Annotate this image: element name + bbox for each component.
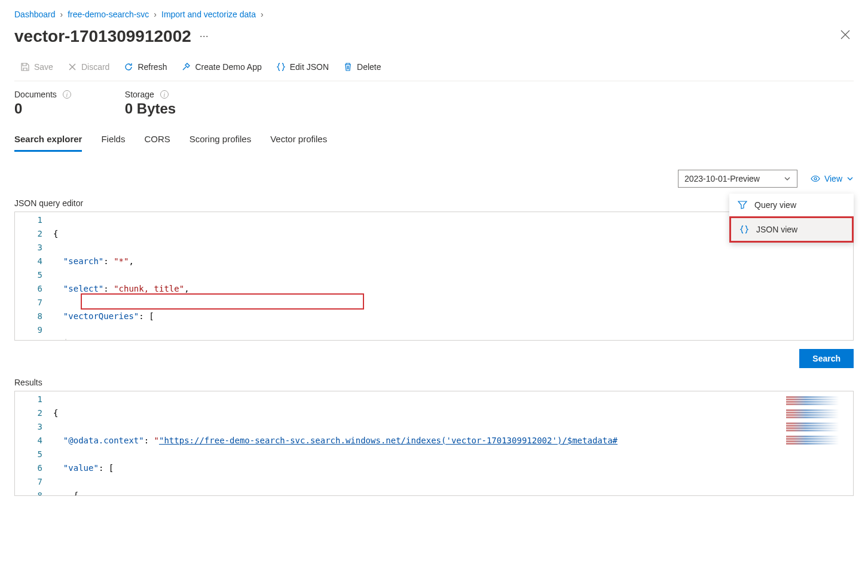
- tab-fields[interactable]: Fields: [101, 129, 125, 152]
- gutter: 12345678: [15, 391, 51, 495]
- delete-button[interactable]: Delete: [337, 59, 387, 75]
- api-version-dropdown[interactable]: 2023-10-01-Preview: [678, 170, 797, 188]
- tab-vector-profiles[interactable]: Vector profiles: [270, 129, 327, 152]
- tab-cors[interactable]: CORS: [144, 129, 170, 152]
- json-query-editor-label: JSON query editor: [14, 198, 854, 208]
- save-button: Save: [14, 59, 59, 75]
- tab-search-explorer[interactable]: Search explorer: [14, 129, 82, 152]
- chevron-right-icon: ›: [261, 10, 264, 19]
- breadcrumb: Dashboard › free-demo-search-svc › Impor…: [14, 0, 854, 24]
- chevron-right-icon: ›: [60, 10, 63, 19]
- code-body[interactable]: { "@odata.context": ""https://free-demo-…: [51, 391, 853, 495]
- svg-point-0: [814, 177, 817, 180]
- eye-icon: [811, 174, 820, 183]
- info-icon[interactable]: i: [160, 90, 169, 99]
- refresh-button[interactable]: Refresh: [118, 59, 173, 75]
- discard-icon: [68, 62, 77, 72]
- braces-icon: [739, 225, 749, 234]
- documents-value: 0: [14, 100, 71, 117]
- tab-scoring-profiles[interactable]: Scoring profiles: [190, 129, 251, 152]
- command-bar: Save Discard Refresh Create Demo App Edi…: [14, 59, 854, 81]
- trash-icon: [343, 62, 353, 72]
- menu-item-query-view[interactable]: Query view: [729, 194, 854, 216]
- storage-label: Storage: [125, 90, 154, 99]
- minimap[interactable]: [786, 393, 852, 446]
- save-icon: [20, 62, 30, 72]
- tabs: Search explorer Fields CORS Scoring prof…: [14, 129, 854, 152]
- storage-value: 0 Bytes: [125, 100, 176, 117]
- page-title: vector-1701309912002: [14, 27, 191, 46]
- breadcrumb-dashboard[interactable]: Dashboard: [14, 10, 56, 19]
- documents-label: Documents: [14, 90, 57, 99]
- view-menu: Query view JSON view: [729, 194, 854, 243]
- discard-button: Discard: [62, 59, 115, 75]
- results-editor[interactable]: 12345678 { "@odata.context": ""https://f…: [14, 391, 854, 496]
- stats-row: Documents i 0 Storage i 0 Bytes: [14, 81, 854, 129]
- tools-icon: [181, 62, 191, 72]
- chevron-right-icon: ›: [154, 10, 157, 19]
- breadcrumb-service[interactable]: free-demo-search-svc: [68, 10, 149, 19]
- results-label: Results: [14, 378, 854, 387]
- filter-icon: [738, 200, 747, 210]
- edit-json-button[interactable]: Edit JSON: [270, 59, 335, 75]
- menu-item-json-view[interactable]: JSON view: [729, 216, 854, 243]
- search-button[interactable]: Search: [799, 349, 854, 368]
- view-button[interactable]: View: [811, 174, 854, 183]
- create-demo-app-button[interactable]: Create Demo App: [175, 59, 267, 75]
- json-query-editor[interactable]: 12345678910 { "search": "*", "select": "…: [14, 212, 854, 341]
- refresh-icon: [124, 62, 133, 72]
- close-button[interactable]: [837, 26, 854, 46]
- chevron-down-icon: [784, 175, 791, 182]
- more-actions-button[interactable]: ···: [200, 30, 209, 42]
- gutter: 12345678910: [15, 212, 51, 340]
- chevron-down-icon: [846, 175, 854, 182]
- braces-icon: [276, 62, 286, 72]
- breadcrumb-wizard[interactable]: Import and vectorize data: [161, 10, 256, 19]
- highlight-annotation: [81, 293, 364, 310]
- info-icon[interactable]: i: [63, 90, 71, 99]
